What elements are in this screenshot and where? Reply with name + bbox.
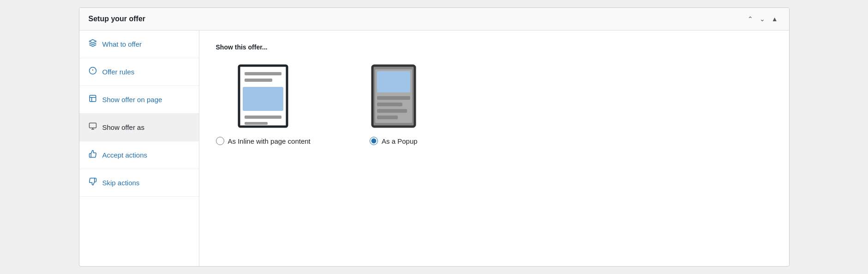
show-offer-as-icon — [89, 122, 97, 133]
svg-rect-14 — [245, 116, 281, 119]
inline-radio-label[interactable]: As Inline with page content — [216, 137, 311, 145]
options-row: As Inline with page content — [216, 64, 772, 145]
sidebar-item-label-show-offer-on-page: Show offer on page — [102, 96, 162, 104]
main-content: Show this offer... — [199, 30, 789, 266]
section-label: Show this offer... — [216, 43, 772, 51]
inline-option: As Inline with page content — [216, 64, 311, 145]
collapse-button[interactable]: ▲ — [770, 14, 780, 24]
svg-marker-0 — [89, 40, 96, 43]
panel-title: Setup your offer — [89, 15, 146, 23]
popup-label: As a Popup — [382, 137, 418, 145]
inline-radio[interactable] — [216, 137, 224, 145]
show-offer-on-page-icon — [89, 94, 97, 105]
svg-rect-20 — [377, 103, 402, 106]
svg-rect-18 — [377, 71, 410, 92]
popup-icon — [366, 64, 421, 128]
scroll-down-button[interactable]: ⌄ — [758, 14, 767, 24]
sidebar-item-show-offer-as[interactable]: Show offer as — [79, 114, 199, 141]
svg-rect-7 — [89, 123, 96, 128]
skip-actions-icon — [89, 177, 97, 188]
setup-panel: Setup your offer ⌃ ⌄ ▲ What to offerOffe… — [79, 7, 790, 267]
sidebar-item-label-skip-actions: Skip actions — [102, 179, 140, 187]
svg-rect-13 — [243, 87, 283, 111]
sidebar-item-skip-actions[interactable]: Skip actions — [79, 169, 199, 197]
sidebar-item-label-accept-actions: Accept actions — [102, 151, 148, 159]
svg-rect-11 — [245, 72, 281, 75]
sidebar-item-show-offer-on-page[interactable]: Show offer on page — [79, 86, 199, 114]
scroll-up-button[interactable]: ⌃ — [746, 14, 755, 24]
popup-radio-label[interactable]: As a Popup — [370, 137, 418, 145]
inline-label: As Inline with page content — [228, 137, 311, 145]
svg-rect-19 — [377, 96, 410, 100]
sidebar-item-label-what-to-offer: What to offer — [102, 40, 142, 48]
sidebar-item-label-show-offer-as: Show offer as — [102, 123, 144, 131]
popup-radio[interactable] — [370, 137, 378, 145]
panel-header: Setup your offer ⌃ ⌄ ▲ — [79, 8, 789, 30]
svg-rect-15 — [245, 122, 268, 125]
svg-rect-22 — [377, 116, 398, 119]
svg-rect-4 — [90, 95, 96, 102]
popup-option: As a Popup — [366, 64, 421, 145]
sidebar-item-offer-rules[interactable]: Offer rules — [79, 58, 199, 86]
sidebar-item-accept-actions[interactable]: Accept actions — [79, 141, 199, 169]
inline-icon — [235, 64, 291, 128]
panel-body: What to offerOffer rulesShow offer on pa… — [79, 30, 789, 266]
header-controls: ⌃ ⌄ ▲ — [746, 14, 780, 24]
svg-rect-21 — [377, 109, 407, 113]
sidebar-item-what-to-offer[interactable]: What to offer — [79, 30, 199, 58]
what-to-offer-icon — [89, 39, 97, 49]
accept-actions-icon — [89, 150, 97, 160]
sidebar: What to offerOffer rulesShow offer on pa… — [79, 30, 199, 266]
sidebar-item-label-offer-rules: Offer rules — [102, 68, 135, 76]
svg-rect-12 — [245, 79, 272, 82]
offer-rules-icon — [89, 67, 97, 77]
